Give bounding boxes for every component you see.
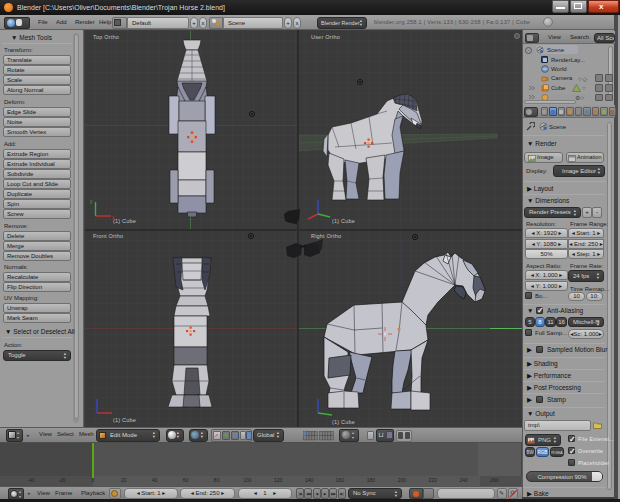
svg-text:y: y [90,198,93,204]
